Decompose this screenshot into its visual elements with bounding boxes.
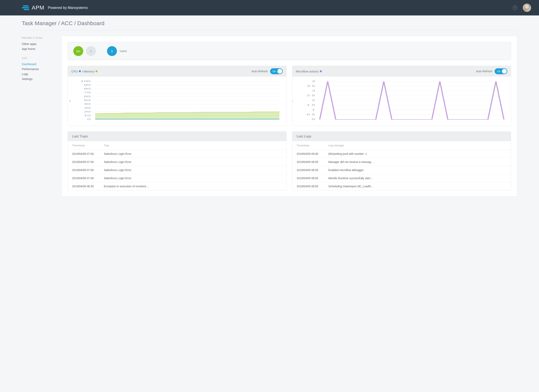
cell-timestamp: 2019/04/09 07:00 — [68, 174, 100, 182]
sidebar-section-title: PROJECT STAG — [22, 37, 53, 39]
table-row[interactable]: 2019/04/09 08:55Enabled microflow debugg… — [292, 166, 511, 174]
svg-text:3.5: 3.5 — [307, 85, 315, 87]
cell-message: Salesforce Login Error — [100, 150, 286, 158]
svg-text:1: 1 — [312, 109, 315, 111]
sidebar-item-logs[interactable]: Logs — [22, 71, 53, 76]
panel-title: CPU / Memory — [71, 70, 97, 73]
cell-message: Salesforce Login Error — [100, 174, 286, 182]
table-row[interactable]: 2019/04/09 07:00Salesforce Login Error — [68, 150, 286, 158]
cpu-label: CPU — [71, 70, 78, 73]
cell-message: Manager did not receive a messag… — [324, 158, 511, 166]
cell-timestamp: 2019/04/09 09:00 — [292, 150, 324, 158]
svg-text:2: 2 — [312, 99, 315, 101]
cell-timestamp: 2019/04/09 08:55 — [292, 166, 324, 174]
app-subtitle: Powered by Mansystems — [48, 6, 88, 10]
svg-text:70: 70 — [84, 91, 91, 94]
y-axis-label: % — [69, 100, 71, 102]
svg-text:30: 30 — [84, 107, 91, 109]
sidebar-item-other-apps[interactable]: Other apps — [22, 41, 53, 46]
cpu-memory-chart: % 0102030405060708090100 — [68, 77, 286, 126]
sidebar-item-app-home[interactable]: App home — [22, 46, 53, 51]
auto-refresh-toggle[interactable]: On — [270, 68, 283, 74]
cell-message: Salesforce Login Error — [100, 166, 286, 174]
main-content: On 5 0 Users CPU / Memory Auto — [61, 36, 517, 197]
svg-text:0.5: 0.5 — [307, 113, 315, 116]
app-header: APM Powered by Mansystems ? — [0, 0, 539, 15]
help-icon[interactable]: ? — [513, 5, 517, 10]
cell-message: Exception in execution of monitore… — [100, 182, 286, 190]
cell-timestamp: 2019/04/09 06:30 — [68, 182, 100, 190]
column-header: Trap — [100, 141, 286, 150]
memory-dot-icon — [96, 70, 97, 72]
breadcrumb: Task Manager / ACC / Dashboard — [22, 20, 517, 30]
column-header: Timestamp — [68, 141, 100, 150]
table-row[interactable]: 2019/04/09 06:30Exception in execution o… — [68, 182, 286, 190]
svg-text:50: 50 — [84, 99, 91, 101]
svg-text:40: 40 — [84, 103, 91, 105]
status-box: On 5 0 Users — [67, 42, 511, 60]
table-row[interactable]: 2019/04/09 07:00Salesforce Login Error — [68, 174, 286, 182]
table-row[interactable]: 2019/04/09 08:55Manager did not receive … — [292, 158, 511, 166]
panel-title: Microflow actions — [296, 70, 322, 73]
status-count-badge: 5 — [86, 46, 96, 56]
app-name: APM — [32, 5, 44, 11]
sidebar-item-settings[interactable]: Settings — [22, 76, 53, 81]
svg-text:100: 100 — [81, 80, 91, 82]
cell-message: Salesforce Login Error — [100, 158, 286, 166]
cell-message: Scheduling DataImport.SE_LoadR… — [324, 182, 511, 190]
avatar[interactable] — [523, 4, 531, 12]
cell-timestamp: 2019/04/09 07:00 — [68, 166, 100, 174]
microflow-chart: # 00.511.522.533.54 — [292, 77, 511, 126]
cell-timestamp: 2019/04/09 08:55 — [292, 158, 324, 166]
svg-text:0: 0 — [312, 118, 315, 121]
cell-message: (Re)setting pool with number: 1 — [324, 150, 511, 158]
svg-text:0: 0 — [87, 118, 91, 121]
panel-title: Last Traps — [68, 132, 286, 141]
table-row[interactable]: 2019/04/09 07:00Salesforce Login Error — [68, 158, 286, 166]
traps-table: Timestamp Trap 2019/04/09 07:00Salesforc… — [68, 141, 286, 190]
microflow-label: Microflow actions — [296, 70, 319, 73]
cell-timestamp: 2019/04/09 07:00 — [68, 158, 100, 166]
microflow-dot-icon — [320, 70, 322, 72]
auto-refresh-label: Auto Refresh — [251, 70, 268, 73]
svg-text:60: 60 — [84, 95, 91, 98]
svg-text:20: 20 — [84, 110, 91, 113]
svg-text:3: 3 — [312, 90, 315, 92]
cell-timestamp: 2019/04/09 08:55 — [292, 174, 324, 182]
last-traps-panel: Last Traps Timestamp Trap 2019/04/09 07:… — [67, 132, 287, 190]
svg-text:80: 80 — [84, 88, 91, 90]
column-header: Log message — [324, 141, 511, 150]
table-row[interactable]: 2019/04/09 08:55Mendix Runtime successfu… — [292, 174, 511, 182]
toggle-knob-icon — [277, 69, 282, 74]
status-on-badge[interactable]: On — [73, 46, 83, 56]
column-header: Timestamp — [292, 141, 324, 150]
auto-refresh-toggle[interactable]: On — [495, 68, 507, 74]
svg-text:10: 10 — [84, 114, 91, 117]
cell-timestamp: 2019/04/09 07:00 — [68, 150, 100, 158]
memory-label: / Memory — [82, 70, 95, 73]
logs-table: Timestamp Log message 2019/04/09 09:00(R… — [292, 141, 511, 190]
y-axis-label: # — [292, 101, 294, 102]
sidebar-section-title: ACC — [22, 57, 53, 60]
sidebar-item-performance[interactable]: Performance — [22, 66, 53, 71]
toggle-label: On — [273, 70, 276, 73]
cell-timestamp: 2019/04/09 08:55 — [292, 182, 324, 190]
microflow-panel: Microflow actions Auto Refresh On # — [292, 66, 511, 126]
header-logo[interactable]: APM Powered by Mansystems — [22, 5, 88, 11]
table-row[interactable]: 2019/04/09 08:55Scheduling DataImport.SE… — [292, 182, 511, 190]
svg-text:2.5: 2.5 — [307, 94, 315, 97]
auto-refresh-label: Auto Refresh — [476, 70, 492, 73]
sidebar: PROJECT STAG Other appsApp home ACC Dash… — [22, 36, 53, 197]
toggle-label: On — [497, 70, 500, 73]
sidebar-item-dashboard[interactable]: Dashboard — [22, 61, 53, 66]
svg-text:90: 90 — [84, 84, 91, 86]
logo-icon — [22, 5, 29, 10]
cell-message: Mendix Runtime successfully start… — [324, 174, 511, 182]
table-row[interactable]: 2019/04/09 07:00Salesforce Login Error — [68, 166, 286, 174]
cell-message: Enabled microflow debugger. — [324, 166, 511, 174]
svg-text:4: 4 — [312, 80, 315, 82]
last-logs-panel: Last Logs Timestamp Log message 2019/04/… — [292, 132, 511, 190]
svg-text:1.5: 1.5 — [307, 104, 315, 106]
cpu-dot-icon — [79, 70, 81, 72]
table-row[interactable]: 2019/04/09 09:00(Re)setting pool with nu… — [292, 150, 511, 158]
